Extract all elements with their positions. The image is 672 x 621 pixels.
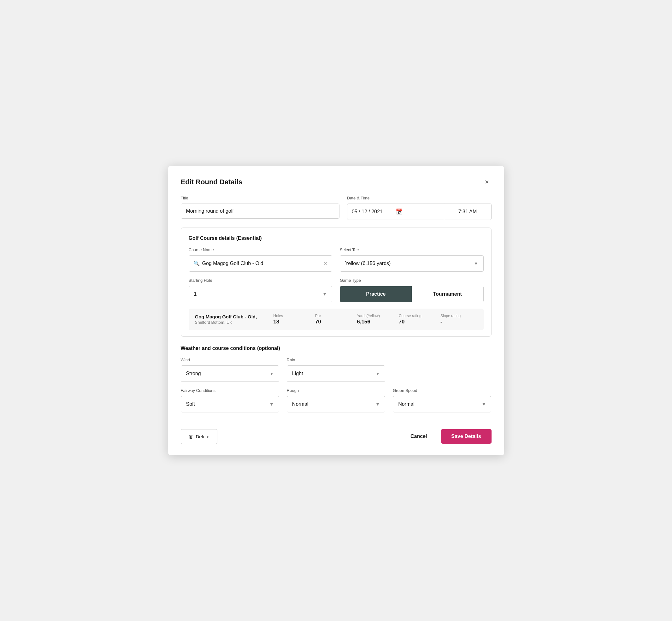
rough-group: Rough Normal ▼: [287, 388, 385, 412]
delete-label: Delete: [196, 434, 209, 439]
calendar-icon: 📅: [395, 208, 439, 215]
starting-hole-group: Starting Hole 1 ▼: [189, 278, 333, 302]
chevron-down-icon: ▼: [269, 371, 274, 376]
tournament-toggle-btn[interactable]: Tournament: [412, 286, 483, 302]
rain-label: Rain: [287, 358, 385, 362]
course-rating-stat: Course rating 70: [394, 314, 435, 325]
rain-dropdown[interactable]: Light ▼: [287, 365, 385, 382]
datetime-field-group: Date & Time 05 / 12 / 2021 📅 7:31 AM: [347, 196, 492, 220]
edit-round-modal: Edit Round Details × Title Date & Time 0…: [168, 166, 504, 455]
course-rating-label: Course rating: [399, 314, 421, 318]
course-name-input[interactable]: 🔍 Gog Magog Golf Club - Old ✕: [189, 255, 333, 272]
rough-label: Rough: [287, 388, 385, 393]
date-input-wrapper[interactable]: 05 / 12 / 2021 📅: [347, 204, 444, 220]
holes-stat: Holes 18: [268, 314, 310, 325]
title-input[interactable]: [181, 204, 339, 219]
game-type-group: Game Type Practice Tournament: [340, 278, 484, 302]
footer-divider: [168, 419, 504, 419]
title-field-group: Title: [181, 196, 339, 220]
course-info-name: Gog Magog Golf Club - Old,: [195, 314, 268, 319]
par-stat: Par 70: [310, 314, 352, 325]
slope-rating-value: -: [440, 319, 442, 325]
chevron-down-icon: ▼: [323, 292, 327, 297]
select-tee-label: Select Tee: [340, 247, 484, 252]
datetime-label: Date & Time: [347, 196, 492, 200]
holes-label: Holes: [273, 314, 283, 318]
starting-hole-value: 1: [194, 291, 197, 297]
fairway-dropdown[interactable]: Soft ▼: [181, 396, 279, 412]
starting-hole-label: Starting Hole: [189, 278, 333, 283]
time-value: 7:31 AM: [458, 209, 477, 215]
wind-group: Wind Strong ▼: [181, 358, 279, 382]
holes-value: 18: [273, 319, 279, 325]
fairway-rough-green-row: Fairway Conditions Soft ▼ Rough Normal ▼…: [181, 388, 492, 412]
fairway-value: Soft: [186, 401, 195, 407]
datetime-inner: 05 / 12 / 2021 📅 7:31 AM: [347, 204, 492, 220]
green-speed-label: Green Speed: [393, 388, 491, 393]
title-label: Title: [181, 196, 339, 200]
chevron-down-icon: ▼: [269, 402, 274, 407]
game-type-toggle: Practice Tournament: [340, 286, 484, 302]
chevron-down-icon: ▼: [482, 402, 486, 407]
yards-label: Yards(Yellow): [357, 314, 380, 318]
rain-group: Rain Light ▼: [287, 358, 385, 382]
wind-value: Strong: [186, 371, 201, 376]
wind-label: Wind: [181, 358, 279, 362]
delete-button[interactable]: 🗑 Delete: [181, 429, 217, 444]
hole-gametype-row: Starting Hole 1 ▼ Game Type Practice Tou…: [189, 278, 484, 302]
fairway-label: Fairway Conditions: [181, 388, 279, 393]
select-tee-value: Yellow (6,156 yards): [345, 261, 390, 266]
search-icon: 🔍: [194, 260, 200, 266]
yards-stat: Yards(Yellow) 6,156: [352, 314, 393, 325]
par-value: 70: [315, 319, 321, 325]
save-button[interactable]: Save Details: [441, 429, 492, 444]
green-speed-value: Normal: [398, 401, 415, 407]
modal-header: Edit Round Details ×: [181, 177, 492, 187]
golf-section-title: Golf Course details (Essential): [189, 236, 484, 241]
course-rating-value: 70: [399, 319, 405, 325]
rain-value: Light: [292, 371, 303, 376]
game-type-label: Game Type: [340, 278, 484, 283]
green-speed-dropdown[interactable]: Normal ▼: [393, 396, 491, 412]
top-fields: Title Date & Time 05 / 12 / 2021 📅 7:31 …: [181, 196, 492, 220]
time-input-wrapper[interactable]: 7:31 AM: [444, 204, 492, 220]
slope-rating-label: Slope rating: [440, 314, 461, 318]
green-speed-group: Green Speed Normal ▼: [393, 388, 491, 412]
course-tee-row: Course Name 🔍 Gog Magog Golf Club - Old …: [189, 247, 484, 272]
chevron-down-icon: ▼: [375, 371, 380, 376]
close-button[interactable]: ×: [482, 177, 492, 187]
rough-dropdown[interactable]: Normal ▼: [287, 396, 385, 412]
course-info-location: Shelford Bottom, UK: [195, 320, 268, 325]
chevron-down-icon: ▼: [375, 402, 380, 407]
starting-hole-dropdown[interactable]: 1 ▼: [189, 286, 333, 302]
slope-rating-stat: Slope rating -: [435, 314, 477, 325]
course-name-label: Course Name: [189, 247, 333, 252]
fairway-group: Fairway Conditions Soft ▼: [181, 388, 279, 412]
course-name-group: Course Name 🔍 Gog Magog Golf Club - Old …: [189, 247, 333, 272]
chevron-down-icon: ▼: [474, 261, 478, 266]
modal-footer: 🗑 Delete Cancel Save Details: [181, 427, 492, 444]
wind-dropdown[interactable]: Strong ▼: [181, 365, 279, 382]
cancel-button[interactable]: Cancel: [404, 429, 433, 444]
golf-course-section: Golf Course details (Essential) Course N…: [181, 227, 492, 337]
clear-icon[interactable]: ✕: [323, 260, 328, 266]
weather-section-title: Weather and course conditions (optional): [181, 345, 492, 351]
wind-rain-row: Wind Strong ▼ Rain Light ▼: [181, 358, 492, 382]
modal-title: Edit Round Details: [181, 178, 243, 186]
course-name-value: Gog Magog Golf Club - Old: [202, 261, 321, 266]
select-tee-group: Select Tee Yellow (6,156 yards) ▼: [340, 247, 484, 272]
weather-section: Weather and course conditions (optional)…: [181, 345, 492, 412]
select-tee-dropdown[interactable]: Yellow (6,156 yards) ▼: [340, 255, 484, 272]
footer-right: Cancel Save Details: [404, 429, 491, 444]
rough-value: Normal: [292, 401, 308, 407]
trash-icon: 🗑: [189, 434, 194, 439]
par-label: Par: [315, 314, 321, 318]
course-info-name-group: Gog Magog Golf Club - Old, Shelford Bott…: [195, 314, 268, 325]
date-value: 05 / 12 / 2021: [352, 209, 395, 215]
course-info-bar: Gog Magog Golf Club - Old, Shelford Bott…: [189, 308, 484, 330]
yards-value: 6,156: [357, 319, 370, 325]
practice-toggle-btn[interactable]: Practice: [340, 286, 412, 302]
